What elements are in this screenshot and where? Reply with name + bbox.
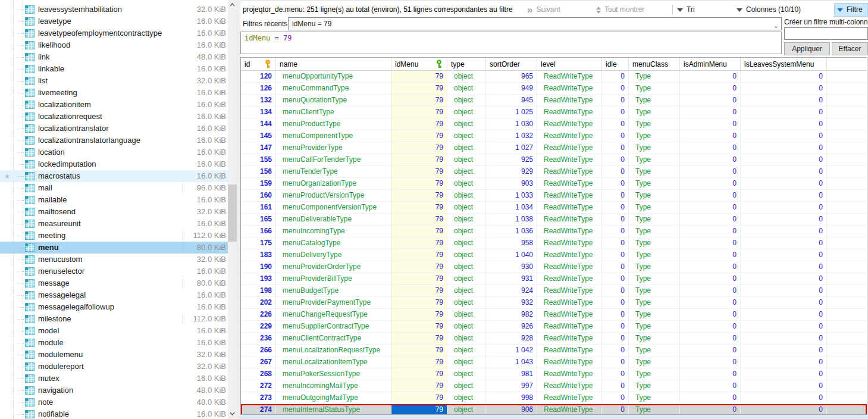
scrollbar-thumb[interactable]: [228, 185, 237, 242]
cell-type[interactable]: object: [447, 154, 486, 165]
cell-menuClass[interactable]: Type: [629, 237, 680, 249]
table-list-item-model[interactable]: model16.0 KiB: [0, 325, 228, 337]
cell-isAdminMenu[interactable]: 0: [680, 130, 741, 142]
cell-isAdminMenu[interactable]: 0: [680, 333, 741, 344]
table-row[interactable]: 226menuChangeRequestType79object982ReadW…: [241, 309, 867, 321]
cell-menuClass[interactable]: Type: [629, 166, 680, 177]
columns-button[interactable]: Colonnes (10/10): [734, 3, 803, 17]
cell-name[interactable]: menuChangeRequestType: [276, 309, 391, 320]
cell-idle[interactable]: 0: [602, 273, 629, 284]
table-row[interactable]: 120menuOpportunityType79object965ReadWri…: [241, 71, 867, 83]
cell-idMenu[interactable]: 79: [391, 237, 447, 249]
cell-isAdminMenu[interactable]: 0: [680, 166, 741, 177]
table-list-item-location[interactable]: location16.0 KiB: [0, 146, 228, 158]
cell-isAdminMenu[interactable]: 0: [680, 107, 741, 118]
cell-sortOrder[interactable]: 958: [486, 237, 537, 249]
table-row[interactable]: 183menuDeliveryType79object1 040ReadWrit…: [241, 249, 867, 261]
cell-name[interactable]: menuProviderOrderType: [276, 261, 391, 273]
cell-level[interactable]: ReadWriteType: [537, 237, 602, 249]
filter-button[interactable]: Filtre: [834, 3, 868, 17]
cell-id[interactable]: 202: [241, 297, 276, 308]
cell-name[interactable]: menuInternalStatusType: [276, 404, 391, 415]
cell-sortOrder[interactable]: 982: [486, 309, 537, 320]
table-list-item-list[interactable]: list32.0 KiB: [0, 75, 228, 87]
cell-idle[interactable]: 0: [602, 404, 629, 415]
cell-idle[interactable]: 0: [602, 309, 629, 320]
table-list-item-menucustom[interactable]: menucustom32.0 KiB: [0, 254, 228, 265]
cell-isLeavesSystemMenu[interactable]: 0: [741, 404, 827, 415]
cell-sortOrder[interactable]: 1 025: [486, 107, 537, 118]
table-list-item-localizationrequest[interactable]: localizationrequest16.0 KiB: [0, 111, 228, 123]
cell-idle[interactable]: 0: [602, 71, 629, 82]
cell-sortOrder[interactable]: 925: [486, 154, 537, 165]
cell-type[interactable]: object: [447, 107, 486, 118]
column-header-isAdminMenu[interactable]: isAdminMenu: [680, 58, 741, 70]
cell-menuClass[interactable]: Type: [629, 190, 680, 201]
multi-column-filter-input[interactable]: [784, 27, 868, 40]
cell-idle[interactable]: 0: [602, 321, 629, 332]
clear-filter-button[interactable]: Effacer: [832, 42, 868, 55]
cell-level[interactable]: ReadWriteType: [537, 345, 602, 356]
cell-isAdminMenu[interactable]: 0: [680, 380, 741, 392]
table-row[interactable]: 160menuProductVersionType79object1 033Re…: [241, 190, 867, 202]
table-list-item-messagelegalfollowup[interactable]: messagelegalfollowup16.0 KiB: [0, 301, 228, 313]
cell-menuClass[interactable]: Type: [629, 142, 680, 154]
cell-idle[interactable]: 0: [602, 202, 629, 213]
table-row[interactable]: 161menuComponentVersionType79object1 034…: [241, 202, 867, 214]
table-row[interactable]: 159menuOrganizationType79object903ReadWr…: [241, 178, 867, 190]
cell-isLeavesSystemMenu[interactable]: 0: [741, 226, 827, 237]
cell-type[interactable]: object: [447, 392, 486, 404]
cell-isAdminMenu[interactable]: 0: [680, 95, 741, 106]
cell-name[interactable]: menuProviderType: [276, 142, 391, 154]
cell-menuClass[interactable]: Type: [629, 83, 680, 94]
cell-id[interactable]: 155: [241, 154, 276, 165]
table-list-item-lockedimputation[interactable]: lockedimputation16.0 KiB: [0, 158, 228, 170]
cell-level[interactable]: ReadWriteType: [537, 190, 602, 201]
cell-isAdminMenu[interactable]: 0: [680, 261, 741, 273]
cell-isAdminMenu[interactable]: 0: [680, 368, 741, 380]
scroll-down-arrow-icon[interactable]: [228, 409, 237, 419]
cell-level[interactable]: ReadWriteType: [537, 368, 602, 380]
cell-idMenu[interactable]: 79: [391, 190, 447, 201]
cell-idMenu[interactable]: 79: [391, 345, 447, 356]
table-row[interactable]: 155menuCallForTenderType79object925ReadW…: [241, 154, 867, 166]
table-row[interactable]: 229menuSupplierContractType79object926Re…: [241, 321, 867, 333]
cell-level[interactable]: ReadWriteType: [537, 333, 602, 344]
cell-idMenu[interactable]: 79: [391, 118, 447, 130]
cell-type[interactable]: object: [447, 297, 486, 308]
column-header-sortOrder[interactable]: sortOrder: [486, 58, 537, 70]
cell-level[interactable]: ReadWriteType: [537, 130, 602, 142]
cell-isLeavesSystemMenu[interactable]: 0: [741, 321, 827, 332]
cell-isLeavesSystemMenu[interactable]: 0: [741, 154, 827, 165]
table-row[interactable]: 266menuLocalizationRequestType79object1 …: [241, 345, 867, 357]
cell-name[interactable]: menuOutgoingMailType: [276, 392, 391, 404]
cell-sortOrder[interactable]: 981: [486, 368, 537, 380]
table-list-item-modulereport[interactable]: modulereport32.0 KiB: [0, 361, 228, 373]
cell-isLeavesSystemMenu[interactable]: 0: [741, 95, 827, 106]
sort-button[interactable]: Tri: [675, 3, 697, 17]
show-all-button[interactable]: Tout montrer: [594, 3, 647, 17]
column-header-type[interactable]: type: [447, 58, 486, 70]
cell-type[interactable]: object: [447, 166, 486, 177]
cell-isAdminMenu[interactable]: 0: [680, 321, 741, 332]
cell-idle[interactable]: 0: [602, 130, 629, 142]
cell-sortOrder[interactable]: 1 033: [486, 190, 537, 201]
cell-id[interactable]: 161: [241, 202, 276, 213]
cell-level[interactable]: ReadWriteType: [537, 249, 602, 261]
cell-idMenu[interactable]: 79: [391, 214, 447, 225]
cell-id[interactable]: 134: [241, 107, 276, 118]
cell-idMenu[interactable]: 79: [391, 95, 447, 106]
cell-idMenu[interactable]: 79: [391, 333, 447, 344]
cell-type[interactable]: object: [447, 190, 486, 201]
cell-sortOrder[interactable]: 1 038: [486, 214, 537, 225]
cell-idle[interactable]: 0: [602, 392, 629, 404]
cell-idle[interactable]: 0: [602, 83, 629, 94]
cell-isAdminMenu[interactable]: 0: [680, 214, 741, 225]
table-list-item-localizationitem[interactable]: localizationitem16.0 KiB: [0, 99, 228, 111]
table-list-item-menu[interactable]: menu80.0 KiB: [0, 242, 228, 254]
cell-id[interactable]: 175: [241, 237, 276, 249]
cell-level[interactable]: ReadWriteType: [537, 297, 602, 308]
table-list-item-messagelegal[interactable]: messagelegal16.0 KiB: [0, 289, 228, 301]
table-row[interactable]: 175menuCatalogType79object958ReadWriteTy…: [241, 237, 867, 249]
cell-idMenu[interactable]: 79: [391, 130, 447, 142]
